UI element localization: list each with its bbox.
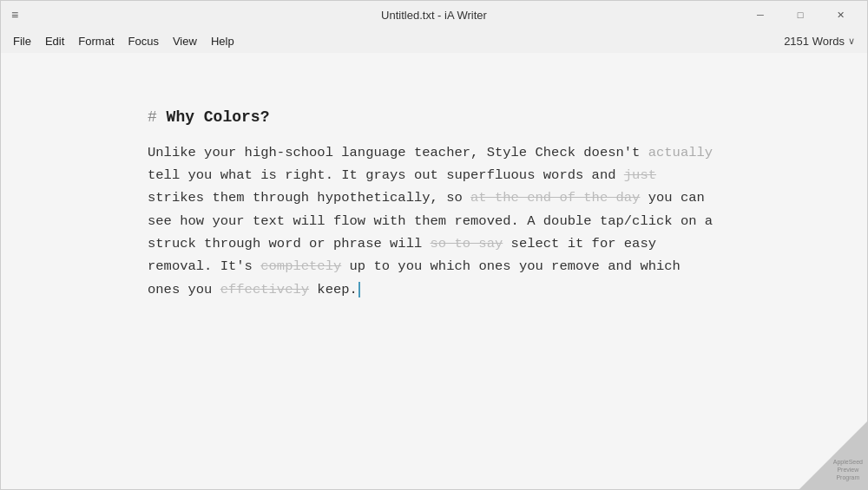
word-count-label: 2151 Words [784,35,845,48]
text-struck-attheendoftheday: at the end of the day [470,190,640,206]
menu-view[interactable]: View [166,31,204,51]
document-heading: # Why Colors? [148,105,720,131]
text-struck-sotosay: so to say [431,236,503,252]
menu-format[interactable]: Format [71,31,121,51]
menu-help[interactable]: Help [204,31,241,51]
text-struck-effectively: effectively [220,282,309,297]
window-controls: ─ □ ✕ [740,1,860,29]
text-normal-1: Unlike your high-school language teacher… [148,145,648,160]
text-cursor [358,282,360,297]
maximize-button[interactable]: □ [780,1,820,29]
window-title: Untitled.txt - iA Writer [381,9,487,22]
word-count-area[interactable]: 2151 Words ∨ [784,35,862,48]
text-normal-3: strikes them through hypothetically, so [148,190,470,206]
editor-main[interactable]: # Why Colors? Unlike your high-school la… [1,53,867,489]
menu-focus[interactable]: Focus [122,31,166,51]
menu-bar: File Edit Format Focus View Help 2151 Wo… [1,29,867,53]
editor-content[interactable]: # Why Colors? Unlike your high-school la… [130,105,738,437]
text-normal-2: tell you what is right. It grays out sup… [148,167,624,183]
heading-hash: # [148,108,157,126]
app-window: ≡ Untitled.txt - iA Writer ─ □ ✕ File Ed… [0,0,868,490]
close-button[interactable]: ✕ [820,1,860,29]
title-bar: ≡ Untitled.txt - iA Writer ─ □ ✕ [1,1,867,29]
editor-paragraph[interactable]: Unlike your high-school language teacher… [148,141,720,301]
heading-text: Why Colors? [157,108,270,126]
menu-items: File Edit Format Focus View Help [6,31,241,51]
menu-file[interactable]: File [6,31,38,51]
text-struck-completely: completely [260,258,341,274]
minimize-button[interactable]: ─ [740,1,780,29]
text-grayed-actually: actually [648,145,713,160]
word-count-chevron-icon: ∨ [848,36,855,47]
text-normal-7: keep. [309,282,358,297]
watermark-text: AppleSeed Preview Program [833,458,863,481]
hamburger-menu-icon[interactable]: ≡ [8,4,22,25]
menu-edit[interactable]: Edit [38,31,71,51]
text-struck-just: just [624,167,656,183]
